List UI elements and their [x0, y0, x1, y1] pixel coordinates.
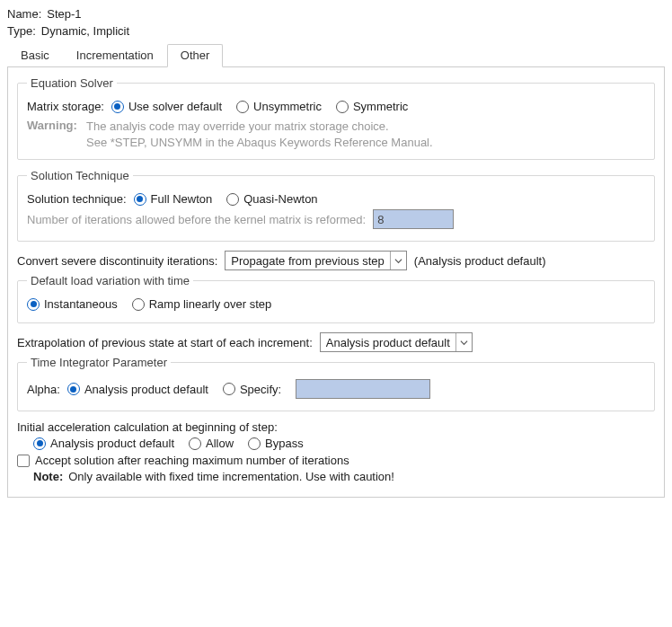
radio-icon: [336, 101, 349, 113]
time-integrator-legend: Time Integrator Parameter: [27, 356, 171, 369]
radio-icon: [27, 298, 40, 311]
equation-solver-group: Equation Solver Matrix storage: Use solv…: [17, 76, 655, 160]
radio-matrix-unsymmetric[interactable]: Unsymmetric: [236, 100, 322, 113]
default-load-variation-legend: Default load variation with time: [27, 274, 193, 287]
radio-label: Unsymmetric: [253, 100, 322, 113]
radio-instantaneous[interactable]: Instantaneous: [27, 297, 118, 311]
radio-icon: [132, 298, 145, 311]
alpha-specify-input: [296, 379, 430, 399]
tab-bar: Basic Incrementation Other: [7, 43, 665, 67]
extrapolation-label: Extrapolation of previous state at start…: [17, 336, 313, 349]
time-integrator-group: Time Integrator Parameter Alpha: Analysi…: [17, 356, 655, 411]
warning-text-2: See *STEP, UNSYMM in the Abaqus Keywords…: [86, 135, 433, 151]
radio-icon: [223, 383, 235, 395]
select-value: Analysis product default: [321, 336, 455, 349]
convert-discontinuity-row: Convert severe discontinuity iterations:…: [17, 251, 655, 270]
matrix-storage-label: Matrix storage:: [27, 100, 104, 113]
tab-other[interactable]: Other: [167, 44, 224, 67]
radio-icon: [67, 383, 80, 395]
solution-technique-group: Solution Technique Solution technique: F…: [17, 169, 655, 242]
radio-icon: [248, 437, 261, 450]
note-text: Only available with fixed time increment…: [68, 470, 394, 483]
radio-label: Ramp linearly over step: [149, 297, 272, 311]
radio-icon: [226, 193, 239, 206]
radio-alpha-specify[interactable]: Specify:: [223, 383, 281, 396]
radio-label: Symmetric: [353, 100, 408, 113]
radio-matrix-use-default[interactable]: Use solver default: [111, 100, 222, 113]
solution-technique-legend: Solution Technique: [27, 169, 133, 182]
radio-ramp[interactable]: Ramp linearly over step: [132, 297, 272, 311]
radio-alpha-default[interactable]: Analysis product default: [67, 383, 208, 396]
chevron-down-icon: [455, 333, 472, 351]
radio-icon: [189, 437, 201, 450]
chevron-down-icon: [390, 252, 406, 269]
iterations-input: [373, 209, 454, 229]
type-label: Type:: [7, 24, 36, 38]
radio-label: Instantaneous: [44, 297, 118, 311]
name-value: Step-1: [47, 7, 81, 21]
radio-label: Allow: [206, 437, 234, 450]
alpha-label: Alpha:: [27, 383, 60, 396]
radio-accel-default[interactable]: Analysis product default: [33, 437, 174, 450]
radio-label: Bypass: [265, 437, 304, 450]
tab-basic[interactable]: Basic: [7, 44, 63, 67]
initial-accel-label: Initial acceleration calculation at begi…: [17, 420, 278, 434]
radio-label: Analysis product default: [50, 437, 174, 450]
radio-label: Specify:: [240, 383, 281, 396]
select-value: Propagate from previous step: [225, 254, 390, 268]
type-value: Dynamic, Implicit: [41, 24, 129, 38]
tab-panel-other: Equation Solver Matrix storage: Use solv…: [7, 67, 665, 498]
convert-discontinuity-select[interactable]: Propagate from previous step: [225, 251, 407, 270]
accept-solution-checkbox[interactable]: Accept solution after reaching maximum n…: [17, 454, 349, 467]
radio-icon: [134, 193, 146, 206]
default-load-variation-group: Default load variation with time Instant…: [17, 274, 655, 323]
radio-icon: [111, 101, 124, 113]
checkbox-label: Accept solution after reaching maximum n…: [35, 454, 349, 467]
extrapolation-select[interactable]: Analysis product default: [320, 332, 473, 352]
equation-solver-legend: Equation Solver: [27, 76, 117, 90]
radio-quasi-newton[interactable]: Quasi-Newton: [226, 192, 317, 206]
initial-accel-label-row: Initial acceleration calculation at begi…: [17, 420, 655, 434]
warning-text-1: The analyis code may override your matri…: [86, 119, 433, 135]
radio-full-newton[interactable]: Full Newton: [134, 192, 213, 206]
radio-accel-bypass[interactable]: Bypass: [248, 437, 304, 450]
radio-matrix-symmetric[interactable]: Symmetric: [336, 100, 408, 113]
name-label: Name:: [7, 7, 41, 21]
warning-label: Warning:: [27, 119, 86, 150]
checkbox-icon: [17, 455, 30, 467]
note-label: Note:: [33, 470, 63, 483]
radio-icon: [236, 101, 249, 113]
radio-label: Full Newton: [151, 192, 213, 206]
extrapolation-row: Extrapolation of previous state at start…: [17, 332, 655, 352]
radio-label: Analysis product default: [84, 383, 208, 396]
tab-incrementation[interactable]: Incrementation: [63, 44, 167, 67]
convert-discontinuity-aside: (Analysis product default): [414, 254, 546, 268]
initial-accel-options: Analysis product default Allow Bypass: [33, 437, 655, 450]
iterations-label: Number of iterations allowed before the …: [27, 213, 366, 226]
convert-discontinuity-label: Convert severe discontinuity iterations:: [17, 254, 217, 268]
radio-label: Use solver default: [128, 100, 222, 113]
solution-technique-label: Solution technique:: [27, 192, 127, 206]
radio-icon: [33, 437, 46, 450]
radio-label: Quasi-Newton: [243, 192, 317, 206]
radio-accel-allow[interactable]: Allow: [189, 437, 234, 450]
